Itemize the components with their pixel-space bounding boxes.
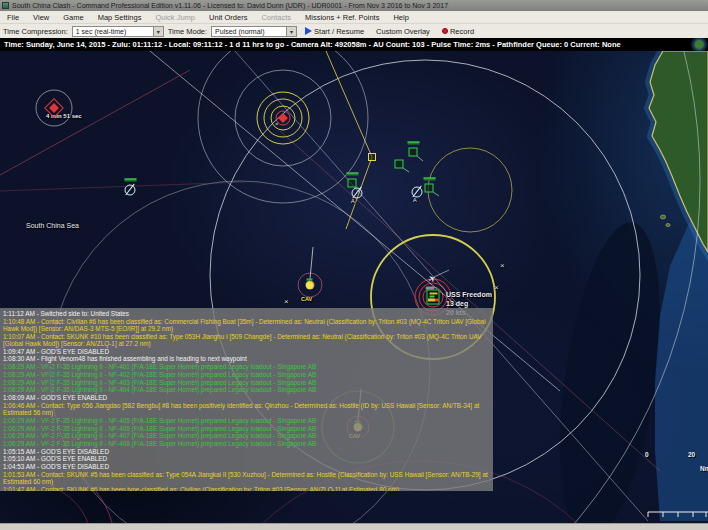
- record-button[interactable]: Record: [438, 27, 478, 36]
- log-entry: 1:06:46 AM - Contact: Type 056 Jiangdao …: [3, 402, 490, 416]
- icon-detail: [429, 295, 435, 297]
- selected-unit-course: 13 deg: [446, 300, 468, 307]
- sonobuoy-a-label: A: [413, 197, 417, 203]
- friendly-ship-icon: [427, 290, 440, 305]
- friendly-surface-unit[interactable]: [425, 184, 434, 193]
- log-entry: 1:08:29 AM - VF-2 F-35 Lightning II - NF…: [3, 379, 490, 386]
- log-entry: 1:08:29 AM - VF-2 F-35 Lightning II - NF…: [3, 371, 490, 378]
- title-bar[interactable]: South China Clash - Command Professional…: [0, 0, 708, 11]
- friendly-surface-unit[interactable]: [409, 148, 418, 157]
- menu-game[interactable]: Game: [56, 13, 90, 22]
- wake-blob: [426, 287, 435, 290]
- app-icon: [2, 2, 9, 9]
- window-bottom-edge: [0, 523, 708, 530]
- command-app-window: South China Clash - Command Professional…: [0, 0, 708, 530]
- play-icon: [305, 27, 312, 35]
- friendly-unit-icon: [409, 148, 418, 157]
- datum-x-mark: ×: [275, 120, 279, 128]
- log-entry: 1:09:47 AM - GOD'S EYE DISABLED: [3, 348, 490, 355]
- record-label: Record: [450, 27, 474, 36]
- log-entry: 1:08:29 AM - VF-2 F-35 Lightning II - NF…: [3, 363, 490, 370]
- selected-unit-name: USS Freedom: [446, 291, 492, 298]
- menu-missions-ref-points[interactable]: Missions + Ref. Points: [298, 13, 386, 22]
- menu-contacts: Contacts: [254, 13, 298, 22]
- time-mode-select[interactable]: Pulsed (normal) ▾: [211, 26, 297, 37]
- unit-label-tag: [346, 173, 358, 176]
- neutral-surface-contact[interactable]: [352, 188, 363, 199]
- window-title: South China Clash - Command Professional…: [12, 2, 448, 9]
- log-entry: 1:05:10 AM - GOD'S EYE ENABLED: [3, 455, 490, 462]
- surface-contact-icon: [352, 188, 363, 199]
- log-entry: 1:06:29 AM - VF-2 F-35 Lightning II - NF…: [3, 425, 490, 432]
- start-resume-button[interactable]: Start / Resume: [301, 27, 368, 36]
- chevron-down-icon[interactable]: ▾: [286, 27, 296, 36]
- log-entry: 1:08:30 AM - Flight Venom48 has finished…: [3, 355, 490, 362]
- log-entry: 1:05:15 AM - GOD'S EYE DISABLED: [3, 448, 490, 455]
- helicopter-icon: [306, 281, 315, 290]
- datum-x-mark: ×: [500, 262, 505, 270]
- menu-help[interactable]: Help: [386, 13, 415, 22]
- chevron-down-icon[interactable]: ▾: [153, 27, 163, 36]
- menu-file[interactable]: File: [0, 13, 26, 22]
- scale-zero-label: 0: [645, 451, 649, 458]
- unknown-contact-icon: [368, 153, 376, 161]
- record-icon: [442, 28, 448, 34]
- log-entry: 1:08:09 AM - GOD'S EYE ENABLED: [3, 394, 490, 401]
- log-entry: 1:11:12 AM - Switched side to: United St…: [3, 310, 490, 317]
- datum-x-mark: ×: [284, 298, 289, 306]
- log-entry: 1:10:07 AM - Contact: SKUNK #10 has been…: [3, 333, 490, 347]
- time-compression-label: Time Compression:: [3, 27, 68, 36]
- log-entry: 1:01:47 AM - Contact: SKUNK #6 has been …: [3, 486, 490, 491]
- friendly-unit-icon: [425, 184, 434, 193]
- time-compression-select[interactable]: 1 sec (real-time) ▾: [72, 26, 164, 37]
- status-bar-map-sliver: [686, 38, 708, 51]
- time-compression-value: 1 sec (real-time): [76, 28, 127, 35]
- log-entry: 1:06:29 AM - VF-2 F-35 Lightning II - NF…: [3, 440, 490, 447]
- cav-unit-label: CAV: [301, 296, 312, 302]
- menu-map-settings[interactable]: Map Settings: [91, 13, 149, 22]
- neutral-surface-contact[interactable]: [125, 185, 136, 196]
- menu-quick-jump: Quick Jump: [148, 13, 202, 22]
- log-entry: 1:06:29 AM - VF-2 F-35 Lightning II - NF…: [3, 417, 490, 424]
- unit-label-tag: [428, 299, 439, 302]
- selected-unit-uss-freedom[interactable]: [427, 290, 440, 305]
- time-mode-value: Pulsed (normal): [215, 28, 264, 35]
- menu-view[interactable]: View: [26, 13, 56, 22]
- log-entry: 1:01:53 AM - Contact: SKUNK #5 has been …: [3, 471, 490, 485]
- log-entry: 1:08:29 AM - VF-2 F-35 Lightning II - NF…: [3, 386, 490, 393]
- unit-label-tag: [124, 179, 136, 182]
- message-log-panel[interactable]: 1:11:12 AM - Switched side to: United St…: [0, 308, 493, 491]
- log-entry: 1:06:29 AM - VF-2 F-35 Lightning II - NF…: [3, 432, 490, 439]
- sonobuoy-a-label: A: [351, 198, 355, 204]
- datum-x-mark: ×: [494, 284, 499, 292]
- surface-contact-icon: [412, 187, 423, 198]
- scale-unit-label: Nm: [700, 465, 708, 472]
- status-bar: Time: Sunday, June 14, 2015 - Zulu: 01:1…: [0, 38, 708, 51]
- friendly-surface-unit[interactable]: [395, 160, 404, 169]
- friendly-surface-unit[interactable]: [348, 179, 357, 188]
- unit-label-tag: [407, 142, 419, 145]
- log-entry: 1:04:53 AM - GOD'S EYE DISABLED: [3, 463, 490, 470]
- unit-label-tag: [423, 178, 435, 181]
- unknown-contact[interactable]: [368, 153, 376, 161]
- cav-helicopter-unit[interactable]: [306, 281, 315, 290]
- custom-overlay-button[interactable]: Custom Overlay: [372, 27, 434, 36]
- start-resume-label: Start / Resume: [314, 27, 364, 36]
- time-mode-label: Time Mode:: [168, 27, 207, 36]
- sea-name-label: South China Sea: [26, 222, 79, 229]
- log-entry: 1:10:48 AM - Contact: Civilian #6 has be…: [3, 318, 490, 332]
- status-text: Time: Sunday, June 14, 2015 - Zulu: 01:1…: [4, 40, 621, 49]
- neutral-surface-contact[interactable]: [412, 187, 423, 198]
- menu-unit-orders[interactable]: Unit Orders: [202, 13, 254, 22]
- custom-overlay-label: Custom Overlay: [376, 27, 430, 36]
- friendly-unit-icon: [395, 160, 404, 169]
- surface-contact-icon: [125, 185, 136, 196]
- scale-twenty-label: 20: [688, 451, 695, 458]
- friendly-unit-icon: [348, 179, 357, 188]
- menu-bar: File View Game Map Settings Quick Jump U…: [0, 11, 708, 24]
- icon-detail: [429, 292, 437, 294]
- toolbar: Time Compression: 1 sec (real-time) ▾ Ti…: [0, 24, 708, 38]
